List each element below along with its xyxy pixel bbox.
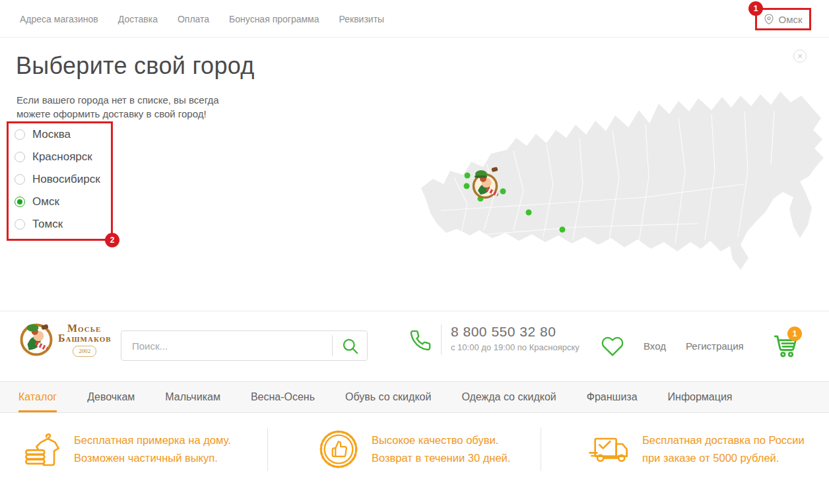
radio-icon-selected[interactable] [15,197,25,207]
search-button[interactable] [333,331,367,360]
cart-count-badge: 1 [787,327,802,341]
nav-item-malchikam[interactable]: Мальчикам [165,382,220,412]
nav-item-katalog[interactable]: Каталог [18,382,57,412]
russia-map [414,72,829,299]
location-pin-icon [764,14,774,24]
logo-word-1: Мосье [67,323,112,333]
logo-text: Мосье Башмаков 2002 [58,323,112,357]
cart-button[interactable]: 1 [772,332,800,360]
nav-item-odezhda-so-skidkoy[interactable]: Одежда со скидкой [461,382,556,412]
heart-icon [601,336,624,357]
favorites-button[interactable] [601,336,624,357]
feature-text-line: Бесплатная примерка на дому. [74,431,231,449]
delivery-truck-icon [588,428,630,470]
overlay-title: Выберите свой город [16,52,255,80]
site-header: Мосье Башмаков 2002 [0,311,829,381]
phone-block: 8 800 550 32 80 с 10:00 до 19:00 по Крас… [409,321,580,355]
feature-text-line: Бесплатная доставка по России [642,431,805,449]
radio-icon[interactable] [15,219,25,230]
logo-year: 2002 [73,346,96,357]
city-option-label: Москва [32,128,71,141]
city-option-label: Томск [32,218,63,231]
nav-item-devochkam[interactable]: Девочкам [87,382,135,412]
feature-text-line: при заказе от 5000 рублей. [642,449,805,467]
features-divider [541,427,541,471]
page: Адреса магазинов Доставка Оплата Бонусна… [0,0,829,504]
annotation-step-badge: 2 [105,233,119,247]
city-radio-list: Москва Красноярск Новосибирск Омск Томск [15,123,100,236]
city-option-novosibirsk[interactable]: Новосибирск [15,168,100,191]
feature-quality: Высокое качество обуви. Возврат в течени… [317,427,510,471]
top-link-delivery[interactable]: Доставка [118,14,158,24]
search-box [121,331,368,361]
radio-icon[interactable] [15,152,25,162]
feature-home-fitting: Бесплатная примерка на дому. Возможен ча… [20,427,231,471]
close-icon[interactable]: ✕ [793,49,807,63]
features-row: Бесплатная примерка на дому. Возможен ча… [0,413,829,504]
overlay-subtitle-line2: можете оформить доставку в свой город! [17,107,219,121]
phone-divider [441,325,442,355]
top-links: Адреса магазинов Доставка Оплата Бонусна… [20,0,384,38]
clothes-icon [20,428,62,470]
quality-badge-icon [317,428,360,470]
main-nav: Каталог Девочкам Мальчикам Весна-Осень О… [0,381,829,413]
city-option-krasnoyarsk[interactable]: Красноярск [15,146,100,168]
logo-mascot-icon [18,322,54,358]
feature-free-delivery: Бесплатная доставка по России при заказе… [588,427,805,471]
top-link-requisites[interactable]: Реквизиты [339,14,385,24]
city-option-label: Омск [32,195,59,208]
city-option-moskva[interactable]: Москва [15,123,100,146]
city-select-overlay: ✕ Выберите свой город Если вашего города… [0,38,829,311]
feature-text-line: Высокое качество обуви. [372,431,510,449]
phone-number: 8 800 550 32 80 [451,324,580,340]
annotation-step-badge: 1 [748,1,763,16]
radio-icon[interactable] [15,174,25,185]
phone-hours: с 10:00 до 19:00 по Красноярску [451,342,580,352]
features-divider [267,427,268,471]
overlay-subtitle-line1: Если вашего города нет в списке, вы всег… [17,93,219,107]
nav-item-obuv-so-skidkoy[interactable]: Обувь со скидкой [345,382,431,412]
top-bar: Адреса магазинов Доставка Оплата Бонусна… [0,0,829,38]
phone-icon [409,329,433,353]
current-city-label: Омск [778,14,802,25]
feature-text-line: Возможен частичный выкуп. [74,449,231,467]
top-link-stores[interactable]: Адреса магазинов [20,14,98,24]
nav-item-franshiza[interactable]: Франшиза [587,382,638,412]
nav-item-vesna-osen[interactable]: Весна-Осень [251,382,315,412]
feature-text-line: Возврат в течении 30 дней. [372,449,510,467]
login-link[interactable]: Вход [644,340,666,352]
nav-item-informaciya[interactable]: Информация [668,382,733,412]
top-link-payment[interactable]: Оплата [178,14,209,24]
city-option-tomsk[interactable]: Томск [15,213,100,236]
logo[interactable]: Мосье Башмаков 2002 [18,322,114,358]
city-option-label: Красноярск [32,150,92,164]
radio-icon[interactable] [15,129,25,140]
city-option-omsk[interactable]: Омск [15,191,100,213]
overlay-subtitle: Если вашего города нет в списке, вы всег… [17,93,219,121]
search-input[interactable] [121,331,327,360]
search-icon [341,337,359,355]
logo-word-2: Башмаков [58,333,112,343]
city-option-label: Новосибирск [32,173,100,186]
top-link-bonus[interactable]: Бонусная программа [229,14,319,24]
register-link[interactable]: Регистрация [686,340,744,352]
city-selector[interactable]: 1 Омск [755,8,811,30]
